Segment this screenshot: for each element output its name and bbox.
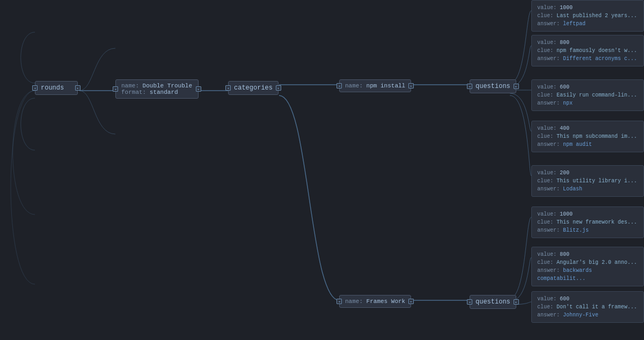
rounds-label: rounds [41, 84, 64, 92]
npm-install-node[interactable]: name: npm install [339, 79, 411, 92]
question-card-2[interactable]: value: 600 clue: Easily run command-lin.… [531, 79, 644, 111]
card2-answer: answer: npx [537, 99, 638, 107]
question-card-7[interactable]: value: 600 clue: Don't call it a framew.… [531, 291, 644, 323]
card6-answer: answer: backwards compatabilit... [537, 267, 638, 283]
round1-name-field: name: Double Trouble [121, 83, 193, 89]
card1-value: value: 800 [537, 39, 638, 47]
frames-work-node[interactable]: name: Frames Work [339, 295, 411, 308]
round1-port-right[interactable] [196, 86, 201, 92]
rounds-node[interactable]: rounds [35, 81, 78, 95]
card1-answer: answer: Different acronyms c... [537, 55, 638, 63]
card6-clue: clue: Angular's big 2.0 anno... [537, 258, 638, 267]
question-card-3[interactable]: value: 400 clue: This npm subcommand im.… [531, 121, 644, 152]
npm-install-port-left[interactable] [336, 83, 342, 88]
card3-value: value: 400 [537, 124, 638, 132]
categories-port-left[interactable] [225, 85, 231, 91]
round1-port-left[interactable] [113, 86, 118, 92]
card7-answer: answer: Johnny-Five [537, 311, 638, 319]
card5-clue: clue: This new framework des... [537, 218, 638, 226]
card0-clue: clue: Last published 2 years... [537, 12, 638, 20]
categories-node[interactable]: categories [228, 81, 279, 95]
card7-value: value: 600 [537, 295, 638, 303]
npm-install-port-right[interactable] [408, 83, 414, 88]
categories-label: categories [234, 84, 273, 92]
card7-clue: clue: Don't call it a framew... [537, 303, 638, 311]
frames-work-name-field: name: Frames Work [345, 298, 405, 305]
card2-clue: clue: Easily run command-lin... [537, 91, 638, 99]
canvas: rounds name: Double Trouble format: stan… [0, 0, 644, 340]
card2-value: value: 600 [537, 83, 638, 91]
rounds-port-right[interactable] [75, 85, 80, 91]
npm-install-name-field: name: npm install [345, 83, 405, 89]
questions1-port-left[interactable] [467, 84, 472, 89]
frames-work-port-right[interactable] [408, 299, 414, 304]
question-card-0[interactable]: value: 1000 clue: Last published 2 years… [531, 0, 644, 32]
card4-clue: clue: This utility library i... [537, 177, 638, 185]
round1-format-field: format: standard [121, 89, 193, 95]
categories-port-right[interactable] [276, 85, 281, 91]
questions1-label: questions [475, 83, 510, 90]
questions1-port-right[interactable] [514, 84, 519, 89]
card6-value: value: 800 [537, 250, 638, 258]
question-card-5[interactable]: value: 1000 clue: This new framework des… [531, 206, 644, 238]
question-card-4[interactable]: value: 200 clue: This utility library i.… [531, 165, 644, 197]
card1-clue: clue: npm famously doesn't w... [537, 47, 638, 55]
questions2-port-left[interactable] [467, 299, 472, 305]
questions1-node[interactable]: questions [470, 79, 516, 93]
card3-clue: clue: This npm subcommand im... [537, 132, 638, 141]
question-card-1[interactable]: value: 800 clue: npm famously doesn't w.… [531, 35, 644, 66]
card3-answer: answer: npm audit [537, 141, 638, 149]
card4-value: value: 200 [537, 169, 638, 177]
questions2-port-right[interactable] [514, 299, 519, 305]
card5-answer: answer: Blitz.js [537, 226, 638, 234]
card0-answer: answer: leftpad [537, 20, 638, 28]
frames-work-port-left[interactable] [336, 299, 342, 304]
round1-node[interactable]: name: Double Trouble format: standard [115, 79, 199, 99]
questions2-label: questions [475, 298, 510, 306]
card5-value: value: 1000 [537, 210, 638, 218]
question-card-6[interactable]: value: 800 clue: Angular's big 2.0 anno.… [531, 247, 644, 286]
card4-answer: answer: Lodash [537, 185, 638, 193]
questions2-node[interactable]: questions [470, 295, 516, 309]
card0-value: value: 1000 [537, 4, 638, 12]
rounds-port-left[interactable] [32, 85, 38, 91]
